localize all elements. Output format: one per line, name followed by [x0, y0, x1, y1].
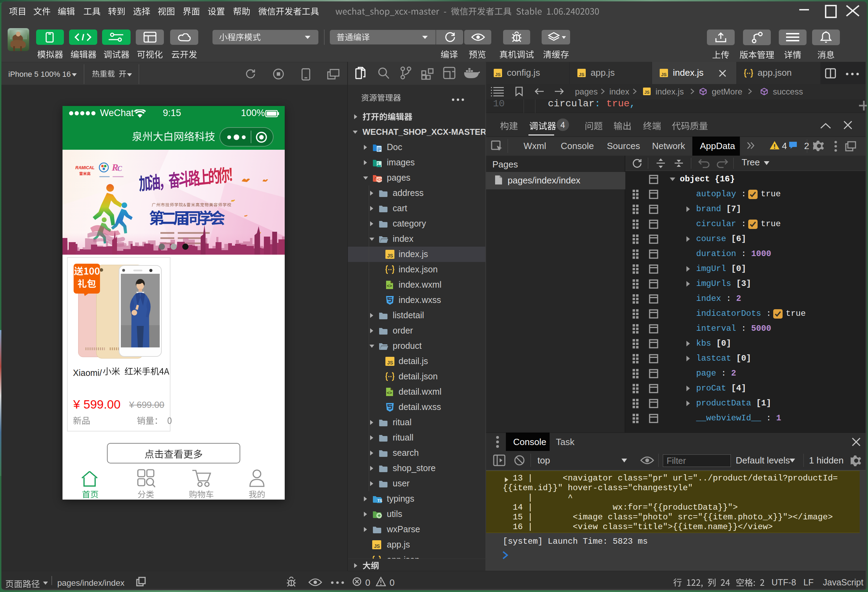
svg-text:<>: <>: [377, 177, 382, 182]
svg-text:<>: <>: [387, 283, 392, 289]
svg-text:<>: <>: [387, 390, 392, 395]
svg-text:TS: TS: [377, 499, 382, 503]
